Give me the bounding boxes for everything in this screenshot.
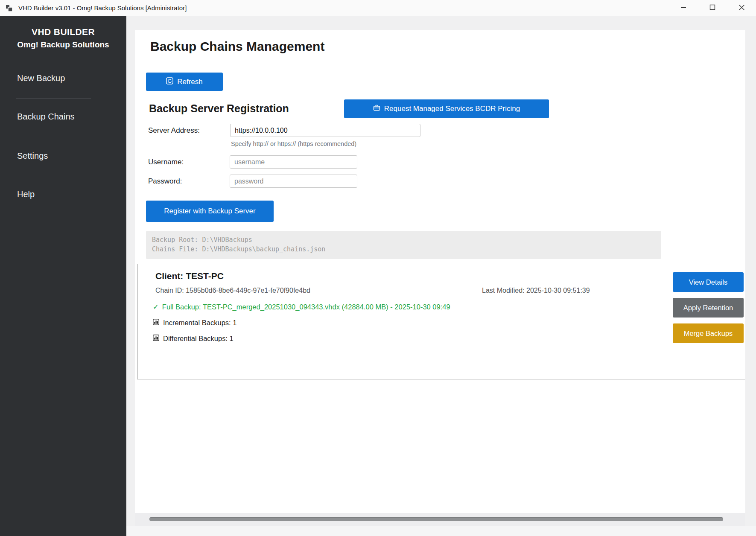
apply-retention-button[interactable]: Apply Retention — [673, 298, 744, 318]
window-controls — [669, 0, 756, 16]
bar-chart-icon — [153, 335, 159, 343]
app-brand: VHD BUILDER Omg! Backup Solutions — [0, 16, 126, 50]
maximize-button[interactable] — [698, 0, 727, 16]
username-input[interactable] — [230, 155, 357, 169]
chain-id: Chain ID: 1585b0d6-8be6-449c-97e1-fe70f9… — [155, 287, 310, 294]
apply-retention-label: Apply Retention — [683, 304, 733, 312]
check-icon: ✓ — [153, 303, 159, 311]
briefcase-icon — [373, 104, 380, 114]
server-address-input[interactable] — [230, 124, 420, 137]
client-title: Client: TEST-PC — [155, 271, 224, 281]
register-label: Register with Backup Server — [164, 207, 255, 216]
registration-heading: Backup Server Registration — [149, 102, 289, 115]
full-backup-label: Full Backup: TEST-PC_merged_20251030_094… — [162, 303, 450, 311]
brand-title: VHD BUILDER — [0, 26, 126, 38]
sidebar-item-settings[interactable]: Settings — [17, 151, 48, 161]
app-icon — [5, 4, 14, 12]
titlebar: VHD Builder v3.01 - Omg! Backup Solution… — [0, 0, 756, 16]
window-bottom-strip — [126, 526, 756, 536]
app-window: VHD Builder v3.01 - Omg! Backup Solution… — [0, 0, 756, 536]
window-title: VHD Builder v3.01 - Omg! Backup Solution… — [18, 4, 187, 12]
full-backup-row: ✓ Full Backup: TEST-PC_merged_20251030_0… — [153, 303, 450, 311]
minimize-button[interactable] — [669, 0, 698, 16]
server-address-hint: Specify http:// or https:// (https recom… — [231, 140, 356, 147]
password-input[interactable] — [230, 175, 357, 188]
merge-backups-button[interactable]: Merge Backups — [673, 323, 744, 343]
request-pricing-label: Request Managed Services BCDR Pricing — [384, 105, 520, 113]
refresh-label: Refresh — [177, 78, 203, 86]
request-pricing-button[interactable]: Request Managed Services BCDR Pricing — [344, 99, 549, 118]
minimize-icon — [680, 4, 686, 12]
password-label: Password: — [148, 177, 182, 186]
backup-root-line: Backup Root: D:\VHDBackups — [152, 236, 252, 244]
refresh-button[interactable]: Refresh — [146, 73, 223, 91]
view-details-label: View Details — [689, 278, 727, 286]
incremental-row: Incremental Backups: 1 — [153, 319, 236, 327]
sidebar-item-new-backup[interactable]: New Backup — [17, 73, 65, 83]
client-chain-card: Client: TEST-PC Chain ID: 1585b0d6-8be6-… — [137, 264, 745, 379]
backup-paths-box: Backup Root: D:\VHDBackups Chains File: … — [146, 231, 661, 259]
last-modified: Last Modified: 2025-10-30 09:51:39 — [482, 287, 590, 294]
close-button[interactable] — [727, 0, 756, 16]
differential-label: Differential Backups: 1 — [163, 335, 234, 343]
chains-file-line: Chains File: D:\VHDBackups\backup_chains… — [152, 245, 325, 253]
refresh-icon — [166, 77, 173, 87]
sidebar-divider — [16, 98, 91, 99]
merge-backups-label: Merge Backups — [684, 329, 733, 338]
main-content: Backup Chains Management Refresh Backup … — [135, 30, 745, 513]
page-title: Backup Chains Management — [150, 39, 324, 54]
server-address-label: Server Address: — [148, 126, 200, 135]
register-button[interactable]: Register with Backup Server — [146, 201, 274, 222]
sidebar-item-help[interactable]: Help — [17, 189, 35, 199]
horizontal-scrollbar-thumb[interactable] — [149, 517, 723, 521]
sidebar: VHD BUILDER Omg! Backup Solutions New Ba… — [0, 16, 126, 536]
maximize-icon — [709, 4, 715, 12]
username-label: Username: — [148, 158, 184, 166]
differential-row: Differential Backups: 1 — [153, 335, 234, 343]
sidebar-item-backup-chains[interactable]: Backup Chains — [17, 112, 75, 122]
bar-chart-icon — [153, 319, 159, 327]
incremental-label: Incremental Backups: 1 — [163, 319, 236, 327]
horizontal-scrollbar-track[interactable] — [135, 513, 745, 526]
view-details-button[interactable]: View Details — [673, 272, 744, 292]
brand-subtitle: Omg! Backup Solutions — [0, 40, 126, 50]
close-icon — [738, 4, 745, 12]
